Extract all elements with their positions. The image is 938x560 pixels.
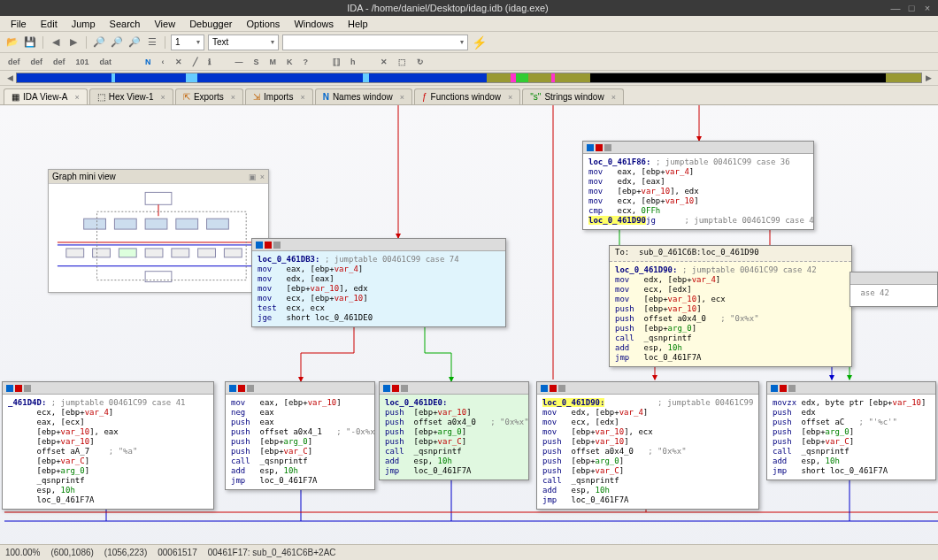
graph-canvas[interactable]: Graph mini view ▣ × bbox=[0, 105, 938, 559]
node-icon bbox=[604, 144, 611, 151]
tab-strings[interactable]: "s"Strings window× bbox=[522, 88, 624, 104]
navband-left[interactable]: ◀ bbox=[4, 73, 16, 82]
tab-close-icon[interactable]: × bbox=[231, 93, 235, 102]
svg-rect-38 bbox=[198, 249, 216, 257]
node-header: To: sub_0_461C6B:loc_0_461D90 bbox=[610, 246, 851, 262]
tab-close-icon[interactable]: × bbox=[300, 93, 304, 102]
tab-close-icon[interactable]: × bbox=[74, 93, 79, 102]
menu-options[interactable]: Options bbox=[239, 17, 287, 31]
menu-help[interactable]: Help bbox=[341, 17, 375, 31]
tab-label: IDA View-A bbox=[23, 92, 67, 102]
tab-names[interactable]: NNames window× bbox=[315, 88, 412, 104]
node-body: ase 42 bbox=[850, 285, 937, 302]
navband[interactable] bbox=[16, 73, 922, 83]
binoculars-icon[interactable]: 🔎 bbox=[92, 35, 106, 50]
miniview-float-icon[interactable]: ▣ bbox=[249, 173, 257, 181]
tab-label: Imports bbox=[264, 92, 293, 102]
tb2-dat[interactable]: dat bbox=[97, 58, 115, 66]
tb2-N[interactable]: N bbox=[142, 58, 154, 66]
save-icon[interactable]: 💾 bbox=[23, 35, 37, 50]
menu-edit[interactable]: Edit bbox=[34, 17, 65, 31]
tb2-neg[interactable]: — bbox=[233, 58, 246, 66]
tab-label: Hex View-1 bbox=[109, 92, 154, 102]
tb2-S[interactable]: S bbox=[251, 58, 262, 66]
tb2-x[interactable]: ✕ bbox=[378, 58, 390, 66]
find-next-icon[interactable]: 🔎 bbox=[110, 35, 124, 50]
toolbar2: def def def 101 dat N ‹ ✕ ╱ ℹ — S M K ? … bbox=[0, 53, 938, 71]
node-icon bbox=[392, 385, 399, 392]
tb2-refresh[interactable]: ↻ bbox=[414, 58, 427, 66]
minimize-icon[interactable]: — bbox=[890, 3, 901, 13]
menu-view[interactable]: View bbox=[147, 17, 182, 31]
svg-rect-28 bbox=[145, 219, 167, 229]
node-body: movzx edx, byte ptr [ebp+var_10] push ed… bbox=[767, 395, 935, 479]
navband-right[interactable]: ▶ bbox=[922, 73, 934, 82]
tab-close-icon[interactable]: × bbox=[400, 93, 404, 102]
node-icon bbox=[550, 385, 557, 392]
tb2-slash[interactable]: ╱ bbox=[190, 58, 200, 66]
tb2-h[interactable]: h bbox=[348, 58, 358, 66]
menu-debugger[interactable]: Debugger bbox=[182, 17, 239, 31]
tb2-brackets[interactable]: ⟦⟧ bbox=[330, 58, 342, 66]
tb2-101[interactable]: 101 bbox=[73, 58, 92, 66]
code-node-movzx[interactable]: movzx edx, byte ptr [ebp+var_10] push ed… bbox=[766, 381, 936, 480]
tab-ida-view-a[interactable]: ▦IDA View-A× bbox=[4, 88, 88, 104]
close-icon[interactable]: × bbox=[922, 3, 933, 13]
page-dropdown[interactable]: 1 bbox=[171, 35, 204, 50]
tb2-chevron[interactable]: ‹ bbox=[159, 58, 167, 66]
tb2-dash[interactable]: ✕ bbox=[173, 58, 185, 66]
open-icon[interactable]: 📂 bbox=[5, 35, 19, 50]
find-text-icon[interactable]: 🔎 bbox=[127, 35, 142, 50]
menu-windows[interactable]: Windows bbox=[287, 17, 341, 31]
miniview-close-icon[interactable]: × bbox=[260, 173, 265, 181]
tb2-K[interactable]: K bbox=[284, 58, 296, 66]
tab-close-icon[interactable]: × bbox=[611, 93, 616, 102]
code-node-461d90-to[interactable]: To: sub_0_461C6B:loc_0_461D90 loc_0_461D… bbox=[609, 245, 852, 367]
miniview-title: Graph mini view bbox=[52, 172, 116, 181]
code-node-461d90[interactable]: loc_0_461D90: ; jumptable 00461C99 case … bbox=[536, 381, 759, 510]
node-icon bbox=[587, 144, 594, 151]
tab-hex-view[interactable]: ⬚Hex View-1× bbox=[89, 88, 173, 104]
tb2-q[interactable]: ? bbox=[301, 58, 311, 66]
tb2-def1[interactable]: def bbox=[5, 58, 23, 66]
tb2-bin[interactable]: ⬚ bbox=[396, 58, 409, 66]
back-icon[interactable]: ◀ bbox=[49, 35, 63, 50]
maximize-icon[interactable]: □ bbox=[906, 3, 917, 13]
node-icon bbox=[596, 144, 603, 151]
node-icon bbox=[247, 385, 254, 392]
tb2-excl[interactable]: ℹ bbox=[205, 58, 213, 66]
page-value: 1 bbox=[175, 37, 181, 47]
menu-jump[interactable]: Jump bbox=[65, 17, 103, 31]
node-body: loc_0_461DE0: push [ebp+var_10] push off… bbox=[380, 395, 528, 479]
imports-icon: ⇲ bbox=[253, 92, 260, 102]
strings-icon: "s" bbox=[530, 92, 541, 102]
tb2-def2[interactable]: def bbox=[28, 58, 46, 66]
tab-exports[interactable]: ⇱Exports× bbox=[175, 88, 243, 104]
menu-search[interactable]: Search bbox=[103, 17, 148, 31]
tb2-M[interactable]: M bbox=[267, 58, 280, 66]
tab-functions[interactable]: ƒFunctions window× bbox=[414, 88, 520, 104]
run-icon[interactable]: ⚡ bbox=[472, 35, 486, 50]
menu-file[interactable]: File bbox=[4, 17, 34, 31]
code-node-461f86[interactable]: loc_0_461F86: ; jumptable 00461C99 case … bbox=[582, 141, 814, 230]
search-combo[interactable] bbox=[282, 35, 468, 50]
code-node-side[interactable]: ase 42 bbox=[850, 272, 938, 307]
fwd-icon[interactable]: ▶ bbox=[66, 35, 81, 50]
code-node-461d4d[interactable]: _461D4D: ; jumptable 00461C99 case 41 ec… bbox=[2, 381, 214, 510]
code-node-neg[interactable]: mov eax, [ebp+var_10] neg eax push eax p… bbox=[225, 381, 375, 490]
searchtype-dropdown[interactable]: Text bbox=[208, 35, 279, 50]
tab-close-icon[interactable]: × bbox=[161, 93, 165, 102]
tb2-def3[interactable]: def bbox=[50, 58, 68, 66]
node-icon bbox=[273, 242, 281, 249]
code-node-461de0[interactable]: loc_0_461DE0: push [ebp+var_10] push off… bbox=[379, 381, 529, 480]
find-seq-icon[interactable]: ☰ bbox=[145, 35, 159, 50]
miniview-titlebar[interactable]: Graph mini view ▣ × bbox=[49, 170, 268, 184]
node-body: _461D4D: ; jumptable 00461C99 case 41 ec… bbox=[3, 395, 213, 509]
svg-rect-36 bbox=[145, 249, 163, 257]
tab-close-icon[interactable]: × bbox=[508, 93, 512, 102]
node-icon bbox=[6, 385, 13, 392]
code-node-461db3[interactable]: loc_0_461DB3: ; jumptable 00461C99 case … bbox=[251, 238, 506, 327]
graph-miniview[interactable]: Graph mini view ▣ × bbox=[48, 169, 269, 293]
tab-imports[interactable]: ⇲Imports× bbox=[245, 88, 313, 104]
menubar: File Edit Jump Search View Debugger Opti… bbox=[0, 16, 938, 32]
